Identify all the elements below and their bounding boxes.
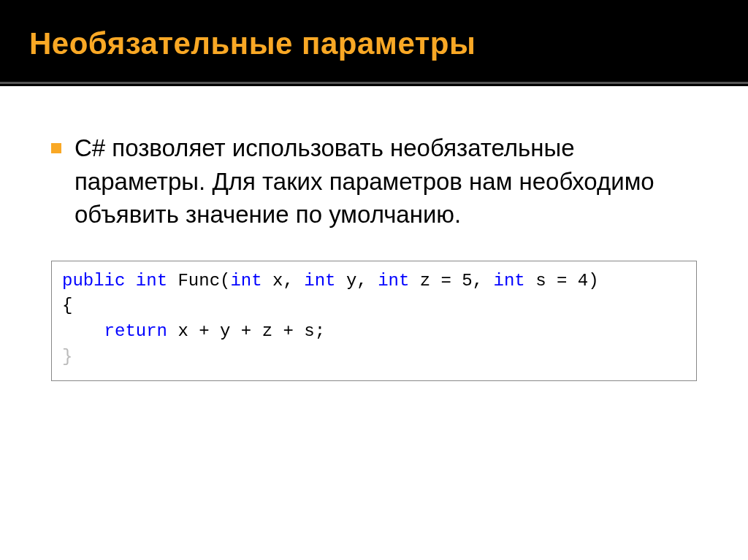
- slide-body: C# позволяет использовать необязательные…: [0, 86, 748, 560]
- brace-close: }: [62, 347, 72, 367]
- code-y: y,: [336, 271, 378, 291]
- keyword-int-x: int: [230, 271, 262, 291]
- slide-header: Необязательные параметры: [0, 0, 748, 86]
- keyword-int-s: int: [494, 271, 525, 291]
- code-s: s = 4): [525, 271, 599, 291]
- code-func: Func(: [167, 271, 230, 291]
- slide-title: Необязательные параметры: [29, 26, 719, 61]
- faint-mark: [62, 321, 104, 341]
- slide: Необязательные параметры C# позволяет ис…: [0, 0, 748, 560]
- code-block: public int Func(int x, int y, int z = 5,…: [51, 261, 697, 381]
- brace-open: {: [62, 296, 72, 315]
- code-expr: x + y + z + s;: [167, 321, 325, 341]
- keyword-int-y: int: [304, 271, 335, 291]
- keyword-public: public: [62, 271, 125, 291]
- code-x: x,: [262, 271, 305, 291]
- bullet-icon: [51, 143, 61, 153]
- bullet-item: C# позволяет использовать необязательные…: [51, 131, 697, 231]
- keyword-int-z: int: [378, 271, 409, 291]
- code-space: [125, 271, 135, 291]
- code-z: z = 5,: [409, 271, 493, 291]
- bullet-text: C# позволяет использовать необязательные…: [75, 131, 697, 231]
- keyword-int: int: [136, 271, 167, 291]
- keyword-return: return: [104, 321, 167, 341]
